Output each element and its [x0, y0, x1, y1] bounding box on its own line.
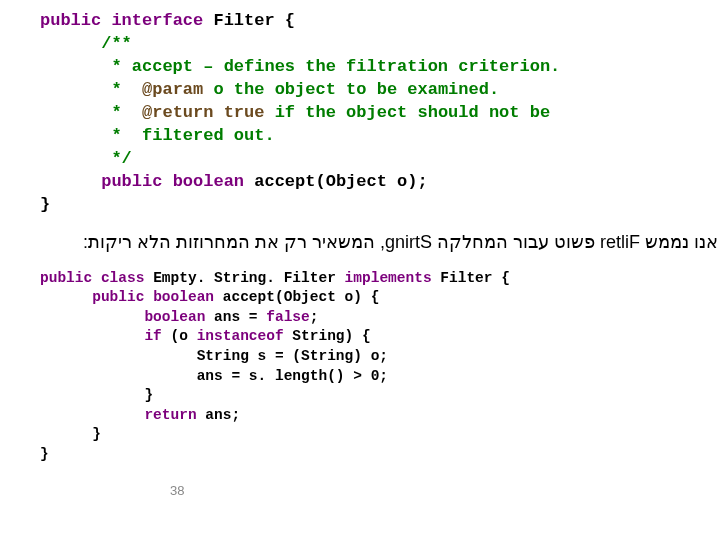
keyword-return: return	[144, 407, 196, 423]
keyword-public: public	[101, 172, 162, 191]
javadoc-return: @return	[142, 103, 213, 122]
keyword-if: if	[144, 328, 161, 344]
keyword-public: public	[92, 289, 144, 305]
keyword-public: public	[40, 11, 101, 30]
page-number: 38	[0, 464, 720, 500]
keyword-implements: implements	[345, 270, 432, 286]
keyword-class: class	[101, 270, 145, 286]
javadoc-open: /**	[40, 34, 132, 53]
keyword-false: false	[266, 309, 310, 325]
keyword-boolean: boolean	[153, 289, 214, 305]
javadoc-close: */	[40, 149, 132, 168]
keyword-public: public	[40, 270, 92, 286]
code-empty-string-filter: public class Empty. String. Filter imple…	[0, 269, 720, 465]
code-interface-filter: public interface Filter { /** * accept –…	[0, 10, 720, 216]
keyword-instanceof: instanceof	[197, 328, 284, 344]
slide: public interface Filter { /** * accept –…	[0, 0, 720, 500]
keyword-boolean: boolean	[144, 309, 205, 325]
keyword-boolean: boolean	[173, 172, 244, 191]
javadoc-param: @param	[142, 80, 203, 99]
javadoc-line: * filtered out.	[40, 126, 275, 145]
hebrew-description: אנו נממש Filter פשוט עבור המחלקה String,…	[0, 216, 720, 268]
keyword-interface: interface	[111, 11, 203, 30]
javadoc-line: * accept – defines the filtration criter…	[40, 57, 560, 76]
